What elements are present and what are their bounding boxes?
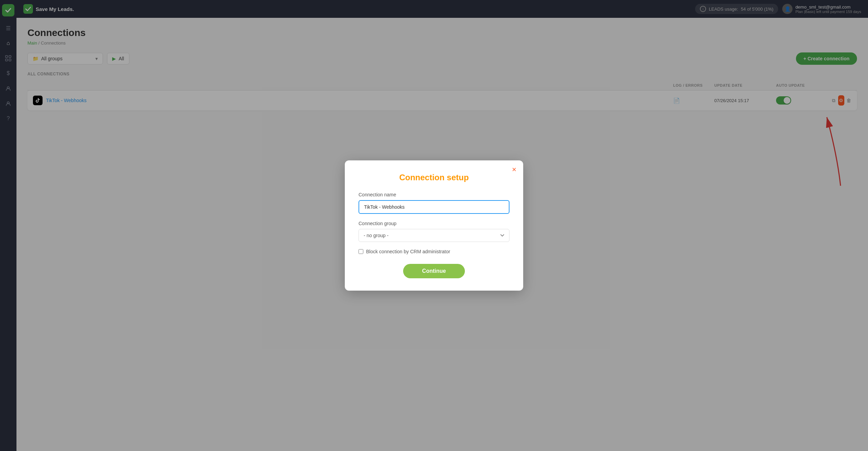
modal-overlay[interactable]: × Connection setup Connection name Conne… [0, 0, 868, 451]
connection-group-select[interactable]: - no group - [359, 229, 509, 242]
modal: × Connection setup Connection name Conne… [345, 160, 523, 291]
block-connection-checkbox[interactable] [359, 249, 363, 254]
continue-button[interactable]: Continue [403, 264, 465, 278]
group-label: Connection group [359, 221, 509, 226]
connection-name-input[interactable] [359, 200, 509, 214]
block-connection-label: Block connection by CRM administrator [366, 249, 450, 254]
name-label: Connection name [359, 192, 509, 197]
block-connection-row: Block connection by CRM administrator [359, 249, 509, 254]
modal-title: Connection setup [359, 173, 509, 182]
modal-close-button[interactable]: × [512, 166, 516, 173]
